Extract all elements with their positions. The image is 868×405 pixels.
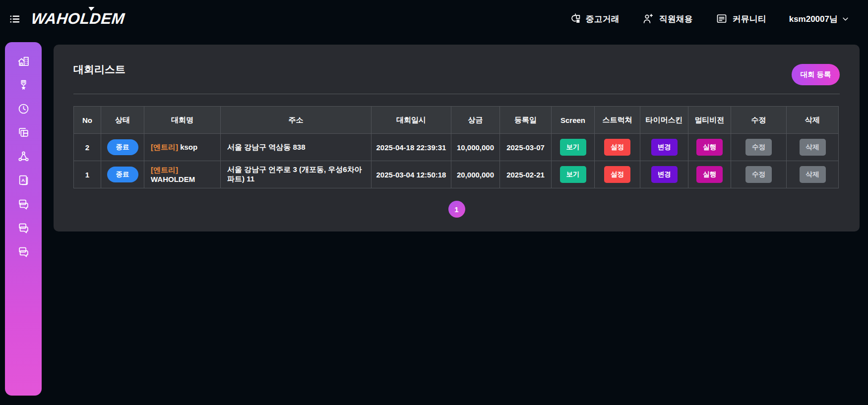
sidebar-item-history[interactable] bbox=[17, 103, 30, 115]
medal-icon bbox=[17, 79, 30, 91]
sidebar-item-chat-1[interactable] bbox=[17, 198, 30, 210]
nav-item-used-trade[interactable]: 중고거래 bbox=[569, 13, 620, 25]
chevron-down-icon bbox=[842, 15, 849, 23]
sidebar-item-chat-3[interactable] bbox=[17, 245, 30, 258]
cell-screen: 보기 bbox=[552, 161, 595, 188]
delete-button[interactable]: 삭제 bbox=[800, 139, 826, 156]
cell-reg-date: 2025-02-21 bbox=[500, 161, 552, 188]
cell-multivision: 실행 bbox=[688, 134, 731, 161]
status-badge: 종료 bbox=[107, 167, 138, 182]
page-title: 대회리스트 bbox=[73, 62, 840, 76]
cell-address: 서울 강남구 역삼동 838 bbox=[221, 134, 372, 161]
cell-datetime: 2025-04-18 22:39:31 bbox=[372, 134, 451, 161]
entry-tag: [엔트리] bbox=[151, 143, 178, 151]
cell-tournament-name: [엔트리] WAHOLDEM bbox=[144, 161, 221, 188]
column-header: 등록일 bbox=[500, 107, 552, 134]
cell-screen: 보기 bbox=[552, 134, 595, 161]
timer-skin-change-button[interactable]: 변경 bbox=[651, 166, 678, 183]
sidebar bbox=[5, 42, 42, 396]
column-header: 상태 bbox=[101, 107, 144, 134]
cell-edit: 수정 bbox=[731, 161, 787, 188]
clock-icon bbox=[17, 103, 30, 115]
sidebar-item-dictionary[interactable] bbox=[17, 174, 30, 186]
network-icon bbox=[17, 150, 30, 163]
column-header: 멀티비전 bbox=[688, 107, 731, 134]
nav-item-community[interactable]: 커뮤니티 bbox=[716, 13, 766, 25]
status-badge: 종료 bbox=[107, 139, 138, 155]
screen-view-button[interactable]: 보기 bbox=[560, 139, 586, 156]
column-header: No bbox=[74, 107, 101, 134]
entry-tag: [엔트리] bbox=[151, 166, 178, 174]
nav-item-recruit[interactable]: 직원채용 bbox=[642, 13, 693, 25]
nav-item-label: 직원채용 bbox=[659, 13, 693, 25]
multivision-run-button[interactable]: 실행 bbox=[696, 139, 723, 156]
cell-no: 1 bbox=[74, 161, 101, 188]
cell-reg-date: 2025-03-07 bbox=[500, 134, 552, 161]
cell-address: 서울 강남구 언주로 3 (개포동, 우성6차아파트) 11 bbox=[221, 161, 372, 188]
chat-icon bbox=[17, 198, 30, 210]
top-navbar: WAHOLDEM 중고거래 직원채용 커뮤니티 ksm20007님 bbox=[0, 0, 868, 38]
column-header: 타이머스킨 bbox=[640, 107, 688, 134]
edit-button[interactable]: 수정 bbox=[745, 166, 772, 183]
tournament-table: No상태대회명주소대회일시상금등록일Screen스트럭쳐타이머스킨멀티비전수정삭… bbox=[73, 106, 839, 188]
user-dropdown[interactable]: ksm20007님 bbox=[789, 13, 849, 25]
hamburger-icon bbox=[9, 13, 20, 25]
tournament-name: WAHOLDEM bbox=[151, 175, 195, 183]
structure-set-button[interactable]: 설정 bbox=[604, 166, 630, 183]
cell-timer-skin: 변경 bbox=[640, 161, 688, 188]
cell-delete: 삭제 bbox=[787, 161, 839, 188]
edit-button[interactable]: 수정 bbox=[745, 139, 772, 156]
community-icon bbox=[716, 13, 728, 25]
cell-status: 종료 bbox=[101, 161, 144, 188]
logo[interactable]: WAHOLDEM bbox=[30, 10, 125, 28]
chat-icon bbox=[17, 245, 30, 258]
table-header-row: No상태대회명주소대회일시상금등록일Screen스트럭쳐타이머스킨멀티비전수정삭… bbox=[74, 107, 839, 134]
sidebar-item-screens[interactable] bbox=[17, 126, 30, 139]
column-header: 대회명 bbox=[144, 107, 221, 134]
column-header: 상금 bbox=[451, 107, 500, 134]
delete-button[interactable]: 삭제 bbox=[800, 166, 826, 183]
cell-timer-skin: 변경 bbox=[640, 134, 688, 161]
divider bbox=[73, 94, 840, 94]
sidebar-item-network[interactable] bbox=[17, 150, 30, 163]
register-tournament-button[interactable]: 대회 등록 bbox=[792, 64, 840, 85]
trade-icon bbox=[569, 13, 581, 25]
column-header: 대회일시 bbox=[372, 107, 451, 134]
cell-structure: 설정 bbox=[595, 161, 640, 188]
column-header: 삭제 bbox=[787, 107, 839, 134]
cell-prize: 20,000,000 bbox=[451, 161, 500, 188]
tournament-list-card: 대회리스트 대회 등록 No상태대회명주소대회일시상금등록일Screen스트럭쳐… bbox=[54, 45, 860, 231]
cell-structure: 설정 bbox=[595, 134, 640, 161]
timer-skin-change-button[interactable]: 변경 bbox=[651, 139, 678, 156]
column-header: 수정 bbox=[731, 107, 787, 134]
page-button-1[interactable]: 1 bbox=[448, 201, 465, 218]
table-row: 1 종료 [엔트리] WAHOLDEM 서울 강남구 언주로 3 (개포동, 우… bbox=[74, 161, 839, 188]
nav-item-label: 커뮤니티 bbox=[733, 13, 766, 25]
cell-edit: 수정 bbox=[731, 134, 787, 161]
navbar-menu: 중고거래 직원채용 커뮤니티 ksm20007님 bbox=[569, 13, 849, 25]
cell-tournament-name: [엔트리] ksop bbox=[144, 134, 221, 161]
table-row: 2 종료 [엔트리] ksop 서울 강남구 역삼동 838 2025-04-1… bbox=[74, 134, 839, 161]
structure-set-button[interactable]: 설정 bbox=[604, 139, 630, 156]
sidebar-item-chat-2[interactable] bbox=[17, 222, 30, 234]
cell-status: 종료 bbox=[101, 134, 144, 161]
sidebar-item-medal[interactable] bbox=[17, 79, 30, 91]
chat-icon bbox=[17, 222, 30, 234]
table-body: 2 종료 [엔트리] ksop 서울 강남구 역삼동 838 2025-04-1… bbox=[74, 134, 839, 188]
cell-multivision: 실행 bbox=[688, 161, 731, 188]
cell-datetime: 2025-03-04 12:50:18 bbox=[372, 161, 451, 188]
multivision-run-button[interactable]: 실행 bbox=[696, 166, 723, 183]
user-name: ksm20007님 bbox=[789, 13, 838, 25]
cell-delete: 삭제 bbox=[787, 134, 839, 161]
column-header: 주소 bbox=[221, 107, 372, 134]
screen-view-button[interactable]: 보기 bbox=[560, 166, 586, 183]
menu-toggle-button[interactable] bbox=[7, 11, 22, 27]
pagination: 1 bbox=[73, 201, 840, 218]
person-plus-icon bbox=[642, 13, 654, 25]
nav-item-label: 중고거래 bbox=[586, 13, 620, 25]
tournament-name: ksop bbox=[180, 143, 197, 151]
sidebar-item-home[interactable] bbox=[17, 55, 30, 67]
cell-no: 2 bbox=[74, 134, 101, 161]
column-header: Screen bbox=[552, 107, 595, 134]
screens-icon bbox=[17, 126, 30, 139]
